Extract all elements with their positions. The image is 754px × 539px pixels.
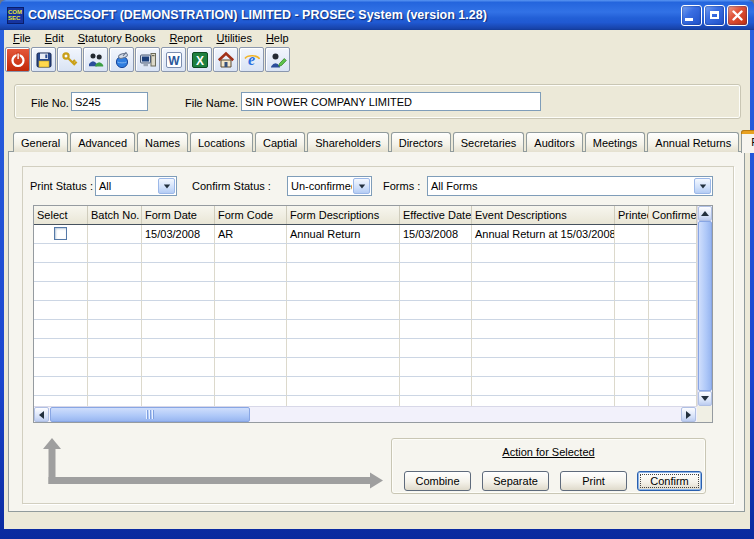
tab-annual-returns[interactable]: Annual Returns xyxy=(647,132,739,152)
column-header-form-descriptions[interactable]: Form Descriptions xyxy=(287,206,400,224)
save-button[interactable] xyxy=(31,47,56,72)
maximize-button[interactable] xyxy=(704,5,725,26)
chevron-down-icon[interactable] xyxy=(694,178,711,194)
table-cell-confirmed xyxy=(649,225,697,244)
column-header-form-code[interactable]: Form Code xyxy=(215,206,287,224)
table-cell-empty xyxy=(88,244,142,263)
scroll-down-button[interactable] xyxy=(698,391,712,406)
table-cell-empty xyxy=(142,358,215,377)
column-header-select[interactable]: Select xyxy=(34,206,88,224)
column-header-event-descriptions[interactable]: Event Descriptions xyxy=(472,206,615,224)
table-header-row: Select Batch No. Form Date Form Code For… xyxy=(34,206,697,225)
svg-text:W: W xyxy=(168,53,180,67)
horizontal-scrollbar-thumb[interactable] xyxy=(50,407,250,422)
forms-filter-select[interactable]: All Forms xyxy=(427,176,713,196)
table-cell-empty xyxy=(400,282,472,301)
column-header-form-date[interactable]: Form Date xyxy=(142,206,215,224)
minimize-button[interactable] xyxy=(681,5,702,26)
scroll-left-button[interactable] xyxy=(34,407,49,422)
print-button[interactable]: Print xyxy=(560,471,627,491)
tab-captial[interactable]: Captial xyxy=(255,132,305,152)
computer-button[interactable] xyxy=(135,47,160,72)
table-row-empty xyxy=(34,396,697,406)
scroll-up-icon xyxy=(701,211,709,216)
file-no-label: File No. : xyxy=(31,93,75,113)
file-name-label: File Name. : xyxy=(185,93,244,113)
column-header-effective-date[interactable]: Effective Date xyxy=(400,206,472,224)
vertical-scrollbar[interactable] xyxy=(697,206,712,406)
chevron-down-icon[interactable] xyxy=(353,178,370,194)
scroll-up-button[interactable] xyxy=(698,206,712,221)
table-cell-empty xyxy=(615,396,649,406)
chevron-down-icon[interactable] xyxy=(158,178,175,194)
combine-button[interactable]: Combine xyxy=(404,471,471,491)
menu-report[interactable]: Report xyxy=(162,31,209,45)
scroll-right-button[interactable] xyxy=(681,407,696,422)
table-cell-empty xyxy=(142,339,215,358)
separate-button[interactable]: Separate xyxy=(482,471,549,491)
table-cell-empty xyxy=(472,263,615,282)
table-cell-empty xyxy=(34,301,88,320)
table-row[interactable]: 15/03/2008 AR Annual Return 15/03/2008 A… xyxy=(34,225,697,244)
tab-shareholders[interactable]: Shareholders xyxy=(307,132,388,152)
keys-button[interactable] xyxy=(57,47,82,72)
table-cell-empty xyxy=(615,301,649,320)
home-button[interactable] xyxy=(213,47,238,72)
print-status-select[interactable]: All xyxy=(95,176,177,196)
file-name-input[interactable] xyxy=(241,92,541,111)
table-cell-empty xyxy=(615,358,649,377)
app-window: COM SEC COMSECSOFT (DEMONSTRATION) LIMIT… xyxy=(0,0,754,539)
app-logo-icon: COM SEC xyxy=(7,7,24,24)
menu-file[interactable]: File xyxy=(6,31,38,45)
table-cell-empty xyxy=(287,358,400,377)
tab-secretaries[interactable]: Secretaries xyxy=(453,132,525,152)
tab-label: Advanced xyxy=(78,137,127,149)
table-cell-empty xyxy=(472,339,615,358)
tab-meetings[interactable]: Meetings xyxy=(585,132,646,152)
word-export-button[interactable]: W xyxy=(161,47,186,72)
table-cell-empty xyxy=(215,263,287,282)
table-cell-empty xyxy=(400,244,472,263)
menu-statutory-books[interactable]: Statutory Books xyxy=(71,31,163,45)
tab-auditors[interactable]: Auditors xyxy=(526,132,582,152)
excel-export-button[interactable]: X xyxy=(187,47,212,72)
menu-help[interactable]: Help xyxy=(259,31,296,45)
menu-utilities[interactable]: Utilities xyxy=(209,31,258,45)
confirm-status-select[interactable]: Un-confirmed xyxy=(287,176,372,196)
table-cell-empty xyxy=(472,377,615,396)
browser-button[interactable]: e xyxy=(239,47,264,72)
table-cell-empty xyxy=(400,339,472,358)
save-icon xyxy=(35,51,53,69)
window-title: COMSECSOFT (DEMONSTRATION) LIMITED - PRO… xyxy=(28,8,681,22)
user-edit-button[interactable] xyxy=(265,47,290,72)
row-select-checkbox[interactable] xyxy=(54,227,67,240)
satellite-button[interactable] xyxy=(109,47,134,72)
close-icon xyxy=(732,10,743,21)
exit-button[interactable] xyxy=(5,47,30,72)
tab-general[interactable]: General xyxy=(13,132,68,152)
table-cell-empty xyxy=(34,339,88,358)
tab-directors[interactable]: Directors xyxy=(391,132,451,152)
tab-forms[interactable]: Forms xyxy=(741,130,754,153)
confirm-button[interactable]: Confirm xyxy=(637,471,702,491)
column-header-batch-no[interactable]: Batch No. xyxy=(88,206,142,224)
users-button[interactable] xyxy=(83,47,108,72)
horizontal-scrollbar[interactable] xyxy=(34,406,697,422)
minimize-icon xyxy=(685,18,693,21)
table-cell-empty xyxy=(615,320,649,339)
close-button[interactable] xyxy=(727,5,748,26)
column-header-confirmed[interactable]: Confirmed xyxy=(649,206,697,224)
file-no-input[interactable] xyxy=(71,92,148,111)
table-cell-empty xyxy=(649,396,697,406)
vertical-scrollbar-thumb[interactable] xyxy=(698,221,712,391)
tab-advanced[interactable]: Advanced xyxy=(70,132,135,152)
column-header-printed[interactable]: Printed xyxy=(615,206,649,224)
forms-filter-label: Forms : xyxy=(383,176,420,196)
table-cell-empty xyxy=(34,396,88,406)
table-row-empty xyxy=(34,320,697,339)
table-cell-empty xyxy=(400,396,472,406)
menu-edit[interactable]: Edit xyxy=(38,31,71,45)
tab-names[interactable]: Names xyxy=(137,132,188,152)
table-row-empty xyxy=(34,377,697,396)
tab-locations[interactable]: Locations xyxy=(190,132,253,152)
